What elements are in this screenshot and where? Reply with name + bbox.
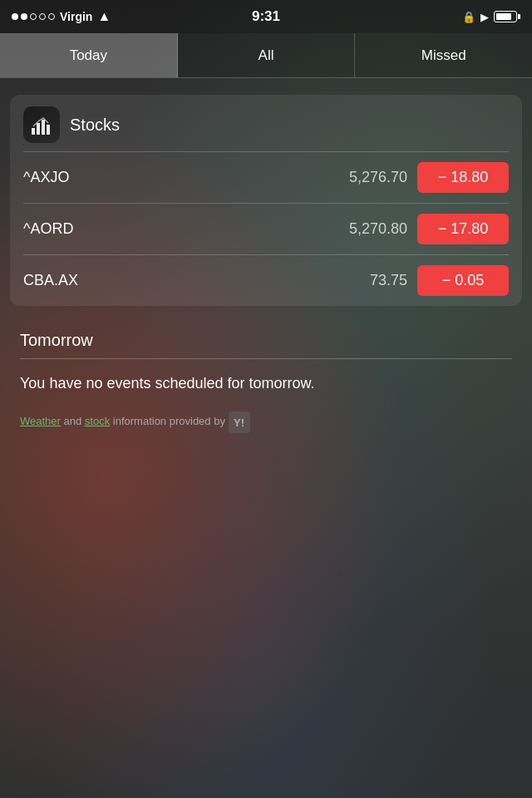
location-icon: ▶ xyxy=(480,11,489,23)
signal-dot-2 xyxy=(21,13,27,20)
tomorrow-divider xyxy=(20,358,512,359)
stock-price-3: 73.75 xyxy=(215,272,417,289)
stock-price-1: 5,276.70 xyxy=(215,169,417,186)
svg-rect-2 xyxy=(42,120,45,135)
tomorrow-section: Tomorrow You have no events scheduled fo… xyxy=(0,323,532,411)
wifi-icon: ▲ xyxy=(97,9,111,24)
carrier-name: Virgin xyxy=(60,10,92,23)
status-bar: Virgin ▲ 9:31 🔒 ▶ xyxy=(0,0,532,33)
signal-dot-3 xyxy=(30,13,37,20)
status-time: 9:31 xyxy=(252,8,280,25)
widget-header: Stocks xyxy=(10,95,522,151)
signal-dot-4 xyxy=(39,13,46,20)
stock-change-1: − 18.80 xyxy=(417,162,509,193)
footer: Weather and stock information provided b… xyxy=(0,411,532,446)
status-left: Virgin ▲ xyxy=(12,9,111,24)
tab-missed[interactable]: Missed xyxy=(355,33,532,77)
main-content: Stocks ^AXJO 5,276.70 − 18.80 ^AORD 5,27… xyxy=(0,78,532,798)
widget-title: Stocks xyxy=(70,116,120,135)
stock-name-2: ^AORD xyxy=(23,220,215,238)
stock-row-2[interactable]: ^AORD 5,270.80 − 17.80 xyxy=(10,204,522,254)
stocks-app-icon xyxy=(23,106,60,143)
lock-icon: 🔒 xyxy=(462,11,475,23)
stock-price-2: 5,270.80 xyxy=(215,220,417,238)
stock-change-2: − 17.80 xyxy=(417,214,509,244)
tab-bar: Today All Missed xyxy=(0,33,532,78)
svg-rect-1 xyxy=(37,123,40,135)
yahoo-logo: Y! xyxy=(229,411,250,433)
tomorrow-message: You have no events scheduled for tomorro… xyxy=(20,372,512,395)
tab-all[interactable]: All xyxy=(178,33,356,77)
signal-dots xyxy=(12,13,55,20)
stock-name-3: CBA.AX xyxy=(23,272,215,289)
footer-text-middle: and xyxy=(61,415,85,427)
stock-link[interactable]: stock xyxy=(85,415,110,427)
stock-row-3[interactable]: CBA.AX 73.75 − 0.05 xyxy=(10,255,522,306)
status-right: 🔒 ▶ xyxy=(462,11,520,23)
stocks-widget: Stocks ^AXJO 5,276.70 − 18.80 ^AORD 5,27… xyxy=(10,95,522,306)
svg-rect-0 xyxy=(32,128,35,135)
tab-today[interactable]: Today xyxy=(0,33,178,77)
stock-row-1[interactable]: ^AXJO 5,276.70 − 18.80 xyxy=(10,152,522,203)
signal-dot-5 xyxy=(48,13,55,20)
stock-change-3: − 0.05 xyxy=(417,265,509,296)
weather-link[interactable]: Weather xyxy=(20,415,61,427)
battery-indicator xyxy=(494,11,520,22)
tomorrow-title: Tomorrow xyxy=(20,331,512,350)
signal-dot-1 xyxy=(12,13,18,20)
footer-text-after: information provided by xyxy=(110,415,228,427)
svg-rect-3 xyxy=(47,125,50,135)
stock-name-1: ^AXJO xyxy=(23,169,215,186)
